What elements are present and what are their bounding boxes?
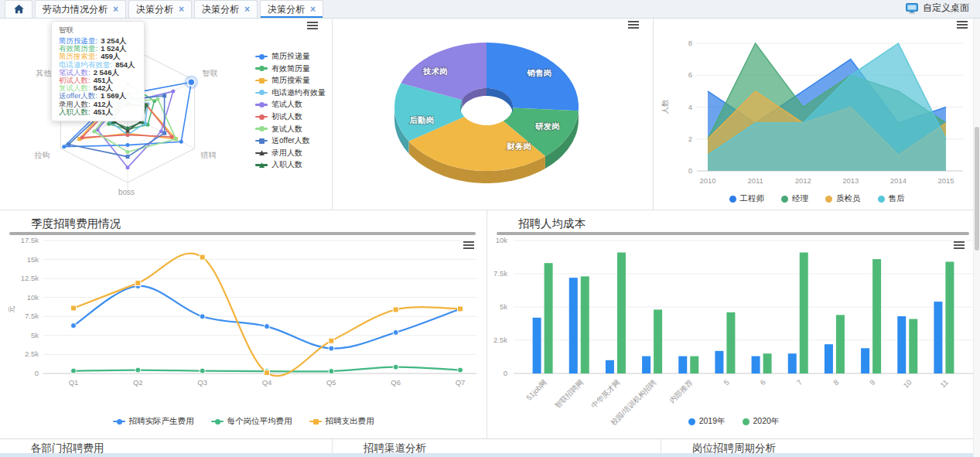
bar-2019年[interactable] [715,351,723,373]
legend-item[interactable]: 售后 [878,193,905,204]
close-icon[interactable]: × [244,4,250,15]
tab-3[interactable]: 决策分析× [260,0,323,18]
staff-count-area-chart[interactable]: 02468201020112012201320142015人数 [654,19,979,210]
legend-item[interactable]: 初试人数 [255,111,326,122]
bar-2019年[interactable] [897,316,906,373]
svg-text:2.5k: 2.5k [493,336,507,344]
bar-2019年[interactable] [569,278,578,373]
bar-2020年[interactable] [836,315,845,373]
bar-2019年[interactable] [533,318,541,373]
legend-item[interactable]: 质检员 [825,193,861,204]
legend-label: 录用人数 [271,148,302,159]
quarter-cost-line-chart[interactable]: 02.5k5k7.5k10k12.5k15k17.5kQ1Q2Q3Q4Q5Q6Q… [0,210,487,439]
svg-text:boss: boss [118,188,135,196]
svg-text:2013: 2013 [842,176,859,185]
bar-2020年[interactable] [763,353,772,373]
legend-item[interactable]: 电话邀约有效量 [255,87,326,98]
chart-menu-icon[interactable] [957,21,968,29]
bar-2019年[interactable] [934,302,942,373]
bar-2019年[interactable] [752,356,760,373]
post-distribution-pie-chart[interactable]: 销售岗研发岗财务岗后勤岗技术岗 [333,19,653,210]
close-icon[interactable]: × [310,4,316,15]
bar-2020年[interactable] [909,319,917,374]
legend-marker [255,56,268,58]
middle-chart-row: 季度招聘费用情况 02.5k5k7.5k10k12.5k15k17.5kQ1Q2… [0,210,980,439]
svg-text:2010: 2010 [699,176,715,185]
legend-label: 质检员 [836,193,861,204]
svg-text:中华英才网: 中华英才网 [589,378,621,410]
legend-item[interactable]: 笔试人数 [255,99,326,110]
panel-title-cycle-analysis: 岗位招聘周期分析 [661,439,980,454]
legend-label: 2020年 [753,416,780,427]
page-scrollbar[interactable] [973,19,980,457]
pie-slice-label: 销售岗 [527,68,552,77]
bar-2020年[interactable] [545,263,553,373]
chart-menu-icon[interactable] [954,241,965,249]
bar-2019年[interactable] [825,344,833,373]
customize-desktop-button[interactable]: 自定义桌面 [906,2,980,18]
legend-marker [255,116,268,118]
bar-2019年[interactable] [861,348,869,373]
legend-item[interactable]: 复试人数 [255,124,326,135]
tooltip-items: 简历投递量:3 254人有效简历量:1 524人简历搜索量:459人电话邀约有效… [59,37,135,116]
panel-scrollbar[interactable] [497,232,969,235]
radar-chart-panel: 智联猎聘boss拉钩其他 简历投递量有效简历量简历搜索量电话邀约有效量笔试人数初… [0,19,333,210]
legend-item[interactable]: 送offer人数 [255,135,326,146]
bar-2020年[interactable] [945,262,954,374]
svg-text:15k: 15k [27,255,39,264]
per-capita-cost-bar-chart[interactable]: 02.5k5k7.5k10k51job网智联招聘网中华英才网校园/培训机构招聘内… [487,210,979,439]
svg-text:12.5k: 12.5k [21,274,39,282]
tab-1[interactable]: 决策分析× [128,0,192,18]
bar-2020年[interactable] [690,356,698,373]
svg-text:2012: 2012 [795,176,811,185]
svg-text:智联: 智联 [203,69,218,77]
bar-2020年[interactable] [654,309,662,373]
legend-item[interactable]: 入职人数 [255,159,326,170]
legend-marker [688,418,695,425]
legend-item[interactable]: 简历投递量 [255,51,326,62]
legend-item[interactable]: 每个岗位平均费用 [211,416,292,427]
tab-2[interactable]: 决策分析× [194,0,258,18]
svg-text:Q6: Q6 [391,378,401,387]
svg-text:Q7: Q7 [456,378,466,387]
legend-item[interactable]: 录用人数 [255,148,326,159]
legend-label: 每个岗位平均费用 [227,416,292,427]
legend-item[interactable]: 有效简历量 [255,63,326,74]
chart-menu-icon[interactable] [628,21,639,29]
legend-item[interactable]: 经理 [781,193,808,204]
bar-2020年[interactable] [800,253,808,374]
svg-text:7: 7 [795,378,804,387]
bar-2019年[interactable] [788,353,797,373]
bar-2019年[interactable] [678,356,687,373]
legend-item[interactable]: 2020年 [743,416,780,427]
legend-marker [255,140,268,142]
svg-text:8: 8 [688,39,692,47]
legend-item[interactable]: 工程师 [729,193,765,204]
legend-item[interactable]: 招聘支出费用 [309,416,374,427]
chart-menu-icon[interactable] [463,241,474,249]
legend-item[interactable]: 2019年 [688,416,726,427]
tab-0[interactable]: 劳动力情况分析× [35,0,126,18]
monitor-icon [906,3,918,14]
bar-2019年[interactable] [642,356,650,373]
panel-scrollbar[interactable] [9,232,476,235]
radar-tooltip: 智联 简历投递量:3 254人有效简历量:1 524人简历搜索量:459人电话邀… [51,21,145,121]
legend-label: 2019年 [699,416,726,427]
legend-label: 笔试人数 [271,99,302,110]
tab-bar: 劳动力情况分析×决策分析×决策分析×决策分析× 自定义桌面 [0,0,980,19]
svg-text:10k: 10k [496,236,508,244]
legend-item[interactable]: 招聘实际产生费用 [113,416,194,427]
legend-marker [255,152,268,155]
bar-2020年[interactable] [726,312,735,373]
bar-2020年[interactable] [581,276,589,373]
bar-2019年[interactable] [606,360,614,373]
bar-2020年[interactable] [872,259,881,373]
tab-home[interactable] [5,0,32,18]
scrollbar-thumb[interactable] [975,127,979,251]
bar-2020年[interactable] [617,253,626,374]
tooltip-item: 入职人数:451人 [59,108,135,116]
close-icon[interactable]: × [179,4,184,15]
chart-menu-icon[interactable] [307,22,318,29]
legend-item[interactable]: 简历搜索量 [255,75,326,86]
close-icon[interactable]: × [113,4,118,15]
